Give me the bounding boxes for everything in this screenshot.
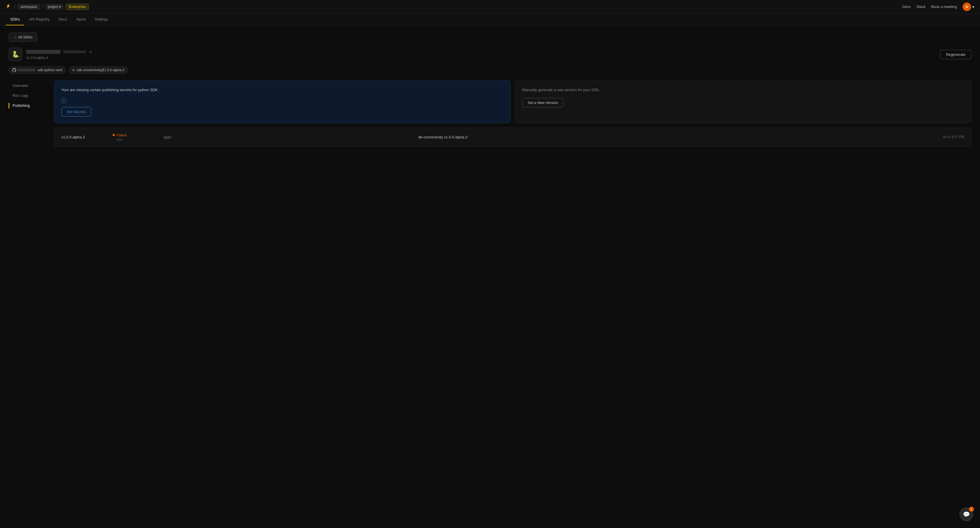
content-layout: Overview Run Logs Publishing Your are mi… <box>8 81 972 147</box>
sidebar: Overview Run Logs Publishing <box>8 81 54 147</box>
tag-dot <box>72 69 75 71</box>
docs-link[interactable]: Docs <box>902 5 911 9</box>
sdk-sub-blurred <box>63 51 86 53</box>
set-secrets-button[interactable]: Set Secrets <box>61 107 91 116</box>
sdk-version: v1.0.0-alpha.4 <box>26 56 93 60</box>
tag-blurred1 <box>18 69 35 71</box>
cards-area: Your are missing certain publishing secr… <box>54 81 972 147</box>
avatar-chevron: ▾ <box>972 5 974 9</box>
status-time: 2ms <box>116 138 164 141</box>
sdk-info: ✓ v1.0.0-alpha.4 <box>26 49 93 60</box>
chevron-down-icon: ▾ <box>59 5 61 9</box>
sdk-header: 🐍 ✓ v1.0.0-alpha.4 Regenerate <box>8 48 972 61</box>
user-avatar-wrap[interactable]: U ▾ <box>963 3 974 11</box>
tags-row: -sdk-python-next sdk-connectivity@1.0.0-… <box>8 67 972 74</box>
publish-table: v1.0.0-alpha.3 Failed 2ms pypi : dk-conn… <box>54 128 972 147</box>
info-icon: i <box>61 98 67 103</box>
avatar[interactable]: U <box>963 3 971 11</box>
nav-sep1: / <box>14 4 15 10</box>
tab-sdks[interactable]: SDKs <box>6 14 24 25</box>
sdk-name-row: ✓ <box>26 49 93 55</box>
sub-nav: SDKs API Registry Docs Alpha Settings <box>0 14 980 25</box>
tag2-text: sdk-connectivity@1.0.0-alpha.3 <box>76 68 124 72</box>
all-sdks-button[interactable]: ← All SDKs <box>8 32 37 42</box>
breadcrumb-project-dropdown[interactable]: project ▾ <box>46 4 63 10</box>
sdk-check-icon: ✓ <box>89 49 93 55</box>
tab-docs[interactable]: Docs <box>54 14 72 25</box>
version-card: Manually generate a new version for your… <box>515 81 972 123</box>
col-registry: pypi : <box>164 135 418 139</box>
tag1-text: -sdk-python-next <box>37 68 62 72</box>
sdk-name-blurred <box>26 50 60 54</box>
chat-icon: 💬 <box>963 511 970 518</box>
github-tag[interactable]: -sdk-python-next <box>8 67 66 74</box>
top-nav-right: Docs Slack Book a meeting U ▾ <box>902 3 974 11</box>
tab-alpha[interactable]: Alpha <box>72 14 90 25</box>
set-new-version-button[interactable]: Set a New Version <box>522 98 563 107</box>
col-package: dk-connectivity v1.0.0-alpha.3 <box>418 135 927 139</box>
chat-badge: 1 <box>969 507 974 512</box>
col-date: Jul 8, 6:27 PM <box>927 135 964 139</box>
breadcrumb-project-label: project <box>48 5 58 9</box>
col-status: Failed 2ms <box>113 133 164 141</box>
sidebar-item-overview[interactable]: Overview <box>8 81 51 90</box>
sidebar-item-publishing[interactable]: Publishing <box>8 100 51 111</box>
regenerate-button[interactable]: Regenerate <box>940 50 972 59</box>
nav-sep2: / <box>42 4 43 10</box>
tab-api-registry[interactable]: API Registry <box>24 14 54 25</box>
main-content: ← All SDKs 🐍 ✓ v1.0.0-alpha.4 Regenerate… <box>0 25 980 154</box>
github-icon <box>12 68 16 72</box>
chat-bubble[interactable]: 💬 1 <box>959 507 973 521</box>
version-card-text: Manually generate a new version for your… <box>522 87 964 93</box>
secrets-card: Your are missing certain publishing secr… <box>54 81 511 123</box>
sdk-header-left: 🐍 ✓ v1.0.0-alpha.4 <box>8 48 93 61</box>
logo-icon: ⚡ <box>6 4 12 10</box>
secrets-card-text: Your are missing certain publishing secr… <box>61 87 503 93</box>
breadcrumb-workspace[interactable]: workspace <box>18 4 40 10</box>
col-version: v1.0.0-alpha.3 <box>61 135 113 139</box>
top-nav-left: ⚡ / workspace / project ▾ Enterprise <box>6 4 89 10</box>
book-meeting-link[interactable]: Book a meeting <box>931 5 957 9</box>
enterprise-badge: Enterprise <box>65 4 89 10</box>
sdk-python-icon: 🐍 <box>8 48 22 61</box>
tab-settings[interactable]: Settings <box>90 14 113 25</box>
status-label: Failed <box>116 133 127 137</box>
top-nav: ⚡ / workspace / project ▾ Enterprise Doc… <box>0 0 980 14</box>
sidebar-item-run-logs[interactable]: Run Logs <box>8 90 51 100</box>
cards-row: Your are missing certain publishing secr… <box>54 81 972 123</box>
package-tag[interactable]: sdk-connectivity@1.0.0-alpha.3 <box>69 67 128 74</box>
slack-link[interactable]: Slack <box>916 5 926 9</box>
status-dot <box>113 134 115 136</box>
table-row[interactable]: v1.0.0-alpha.3 Failed 2ms pypi : dk-conn… <box>54 128 971 146</box>
status-failed: Failed <box>113 133 164 137</box>
secrets-card-info-row: i <box>61 98 503 103</box>
